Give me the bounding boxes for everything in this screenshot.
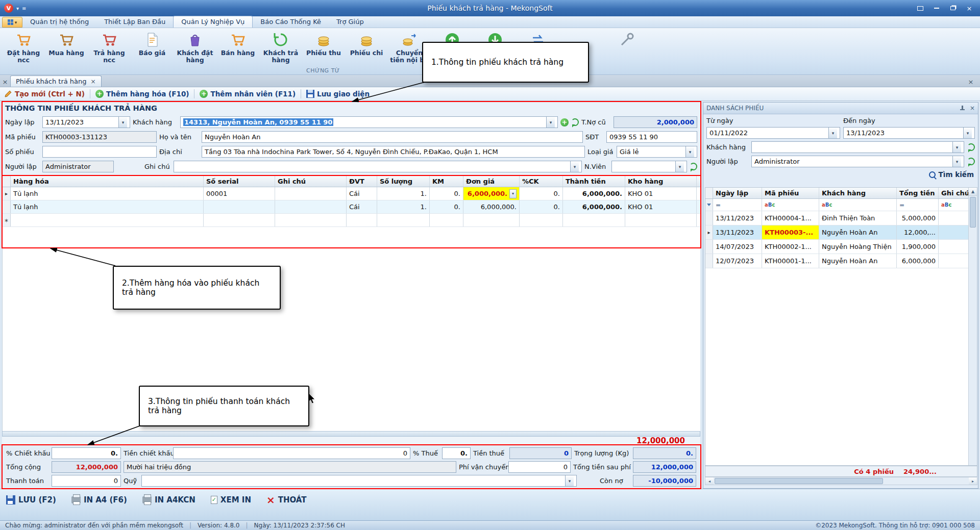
horizontal-scrollbar[interactable] <box>2 431 700 437</box>
column-header[interactable]: Ghi chú <box>939 188 969 198</box>
print-preview-button[interactable]: XEM IN <box>211 495 251 504</box>
save-layout-button[interactable]: Lưu giao diện <box>306 90 370 98</box>
close-tab-icon[interactable]: × <box>91 78 96 85</box>
ribbon-button-khach-tra-hang[interactable]: Khách trả hàng <box>259 30 302 65</box>
ribbon-button-phieu-chi[interactable]: Phiếu chi <box>345 30 388 58</box>
tab-quan-tri-he-thong[interactable]: Quản trị hệ thống <box>22 16 96 28</box>
panel-khach-hang-combo[interactable] <box>751 141 964 153</box>
column-header[interactable]: Hàng hóa <box>11 176 204 187</box>
don-gia-cell-highlighted[interactable]: 6,000,000. <box>463 187 520 200</box>
document-tab-phieu-khach-tra-hang[interactable]: Phiếu khách trả hàng × <box>10 75 102 87</box>
refresh-icon[interactable] <box>690 163 697 170</box>
tab-quan-ly-nghiep-vu[interactable]: Quản Lý Nghiệp Vụ <box>173 16 253 28</box>
column-header[interactable]: Khách hàng <box>819 188 897 198</box>
print-a4kcn-button[interactable]: IN A4KCN <box>142 495 195 504</box>
ho-va-ten-field[interactable]: Nguyễn Hoàn An <box>202 131 583 143</box>
scroll-left-icon[interactable]: ◂ <box>705 477 714 485</box>
thanh-toan-field[interactable]: 0 <box>52 475 121 487</box>
new-row[interactable] <box>3 214 700 227</box>
search-button[interactable]: Tìm kiếm <box>929 170 974 179</box>
chevron-down-icon[interactable] <box>570 161 579 172</box>
restore-icon[interactable] <box>948 5 958 12</box>
list-item-selected[interactable]: 13/11/2023 KTH00003-... Nguyễn Hoàn An 1… <box>705 225 977 240</box>
tu-ngay-field[interactable]: 01/11/2022 <box>706 127 840 139</box>
ribbon-button-ban-hang[interactable]: Bán hàng <box>216 30 259 58</box>
ribbon-button-tra-hang-ncc[interactable]: Trả hàng ncc <box>88 30 131 65</box>
ngay-lap-field[interactable]: 13/11/2023 <box>42 116 130 128</box>
list-item[interactable]: 13/11/2023 KTH00004-1... Đinh Thiện Toàn… <box>705 211 977 225</box>
chevron-down-icon[interactable] <box>952 156 961 167</box>
minimize-icon[interactable] <box>932 5 941 12</box>
print-a4-button[interactable]: IN A4 (F6) <box>71 495 127 504</box>
close-icon[interactable]: × <box>965 5 974 12</box>
refresh-icon[interactable] <box>967 143 975 151</box>
table-row[interactable]: Tủ lạnh 00001 Cái 1. 0. 6,000,000. 0. 6,… <box>3 187 700 200</box>
thue-field[interactable]: 0. <box>442 447 471 459</box>
exit-button[interactable]: × THOÁT <box>266 495 307 504</box>
den-ngay-field[interactable]: 13/11/2023 <box>843 127 975 139</box>
ribbon-button-bao-gia[interactable]: Báo giá <box>131 30 174 58</box>
chevron-down-icon[interactable] <box>828 128 837 138</box>
phi-van-chuyen-field[interactable]: 0 <box>508 461 571 473</box>
tab-thiet-lap-ban-dau[interactable]: Thiết Lập Ban Đầu <box>96 16 173 28</box>
ribbon-button-khach-dat-hang[interactable]: Khách đặt hàng <box>174 30 216 65</box>
table-row[interactable]: Tủ lạnh Cái 1. 0. 6,000,000. 0. 6,000,00… <box>3 200 700 214</box>
column-header[interactable]: Ghi chú <box>275 176 347 187</box>
column-header[interactable]: %CK <box>520 176 563 187</box>
chevron-down-icon[interactable] <box>509 189 517 198</box>
panel-nguoi-lap-combo[interactable]: Administrator <box>751 156 964 167</box>
filter-row[interactable]: = aBc aBc = aBc <box>705 199 977 211</box>
add-item-button[interactable]: + Thêm hàng hóa (F10) <box>95 90 189 98</box>
column-header[interactable]: ĐVT <box>347 176 377 187</box>
column-header[interactable]: Đơn giá <box>463 176 520 187</box>
chevron-down-icon[interactable] <box>546 117 555 128</box>
close-tab-icon[interactable]: × <box>0 77 10 87</box>
khach-hang-combo[interactable]: 14313, Nguyễn Hoàn An, 0939 55 11 90 <box>180 116 558 128</box>
ribbon-extra-button-2[interactable] <box>605 30 648 49</box>
quy-combo[interactable] <box>141 475 577 487</box>
chevron-down-icon[interactable] <box>675 161 684 172</box>
ribbon-button-phieu-thu[interactable]: Phiếu thu <box>302 30 345 58</box>
pin-icon[interactable] <box>960 106 965 111</box>
vertical-scrollbar[interactable]: ▲ <box>968 188 977 465</box>
fullscreen-icon[interactable] <box>916 5 925 12</box>
column-header[interactable]: Tổng tiền <box>897 188 939 198</box>
refresh-icon[interactable] <box>571 118 579 126</box>
refresh-icon[interactable] <box>967 158 975 165</box>
application-menu-button[interactable]: ▾ <box>2 17 22 28</box>
dia-chi-field[interactable]: Tầng 03 Tòa nhà Indochina Park Tower, Số… <box>202 146 585 158</box>
list-item[interactable]: 12/07/2023 KTH00001-1... Nguyễn Hoàn An … <box>705 254 977 268</box>
column-header[interactable]: Ngày lập <box>713 188 762 198</box>
chevron-down-icon[interactable] <box>565 475 574 486</box>
close-all-tabs-icon[interactable]: × <box>966 77 976 87</box>
ribbon-button-mua-hang[interactable]: Mua hàng <box>45 30 88 58</box>
column-header[interactable]: Mã phiếu <box>762 188 819 198</box>
add-employee-button[interactable]: + Thêm nhân viên (F11) <box>200 90 296 98</box>
chiet-khau-field[interactable]: 0. <box>52 447 121 459</box>
ribbon-button-dat-hang-ncc[interactable]: Đặt hàng ncc <box>2 30 45 65</box>
close-panel-icon[interactable]: × <box>970 105 975 112</box>
column-header[interactable]: Thành tiền <box>563 176 625 187</box>
chevron-down-icon[interactable] <box>118 117 127 128</box>
ghi-chu-field[interactable] <box>174 161 582 172</box>
scroll-right-icon[interactable]: ▸ <box>969 477 977 485</box>
column-header[interactable]: Số serial <box>204 176 275 187</box>
list-item[interactable]: 14/07/2023 KTH00002-1... Nguyễn Hoàng Th… <box>705 240 977 254</box>
sdt-field[interactable]: 0939 55 11 90 <box>606 131 697 143</box>
chevron-down-icon[interactable] <box>685 146 694 157</box>
n-vien-combo[interactable] <box>611 161 687 172</box>
column-header[interactable]: KM <box>430 176 463 187</box>
scrollbar-thumb[interactable] <box>715 478 883 484</box>
chevron-down-icon[interactable] <box>952 142 961 153</box>
scroll-up-icon[interactable]: ▲ <box>969 188 977 196</box>
column-header[interactable]: Kho hàng <box>625 176 697 187</box>
scrollbar-thumb[interactable] <box>970 197 976 228</box>
add-customer-button[interactable]: + <box>560 118 569 127</box>
chevron-down-icon[interactable] <box>963 128 972 138</box>
so-phieu-field[interactable] <box>42 146 157 158</box>
save-button[interactable]: LƯU (F2) <box>6 495 56 504</box>
tab-bao-cao-thong-ke[interactable]: Báo Cáo Thống Kê <box>253 16 329 28</box>
tien-chiet-khau-field[interactable]: 0 <box>173 447 410 459</box>
create-new-button[interactable]: Tạo mới (Ctrl + N) <box>4 90 85 98</box>
column-header[interactable]: Số lượng <box>377 176 430 187</box>
